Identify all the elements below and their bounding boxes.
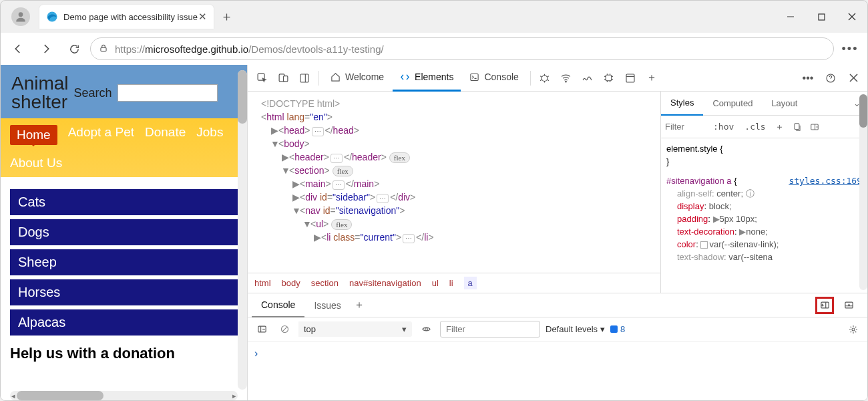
issues-counter[interactable]: 8 bbox=[610, 324, 625, 334]
url-bar-row: https://microsoftedge.github.io/Demos/de… bbox=[1, 33, 867, 65]
log-levels-select[interactable]: Default levels ▾ bbox=[546, 324, 605, 334]
url-scheme: https:// bbox=[115, 43, 145, 55]
devtools-drawer: Console Issues ＋ top Default levels ▾ 8 bbox=[248, 293, 867, 401]
browser-tab[interactable]: Demo page with accessibility issue ✕ bbox=[39, 5, 214, 29]
site-nav: Home Adopt a Pet Donate Jobs About Us bbox=[1, 118, 247, 177]
browser-menu-button[interactable]: ••• bbox=[838, 37, 862, 61]
cls-toggle[interactable]: .cls bbox=[739, 122, 771, 132]
application-icon[interactable] bbox=[620, 68, 640, 88]
devtools-menu-icon[interactable]: ••• bbox=[798, 68, 818, 88]
search-label: Search bbox=[74, 86, 112, 100]
memory-icon[interactable] bbox=[599, 68, 619, 88]
breadcrumbs[interactable]: html body section nav#sitenavigation ul … bbox=[248, 273, 660, 293]
svg-point-14 bbox=[566, 81, 566, 82]
svg-point-0 bbox=[19, 12, 23, 17]
svg-rect-6 bbox=[101, 47, 106, 51]
back-button[interactable] bbox=[6, 37, 30, 61]
devtools: Welcome Elements Console ＋ ••• <!DOCTYPE… bbox=[248, 65, 867, 401]
drawer-add-tab-icon[interactable]: ＋ bbox=[351, 297, 368, 314]
tab-console[interactable]: Console bbox=[462, 65, 525, 92]
tab-close-icon[interactable]: ✕ bbox=[198, 11, 208, 22]
page-horizontal-scrollbar[interactable]: ◂▸ bbox=[10, 391, 238, 400]
nav-donate[interactable]: Donate bbox=[145, 125, 186, 145]
more-tabs-icon[interactable]: ＋ bbox=[642, 68, 662, 88]
bug-icon[interactable] bbox=[535, 68, 555, 88]
close-button[interactable] bbox=[837, 6, 867, 27]
device-toolbar-icon[interactable] bbox=[273, 68, 293, 88]
console-prompt: › bbox=[254, 348, 258, 359]
computed-tab[interactable]: Computed bbox=[703, 92, 762, 116]
styles-filter-input[interactable] bbox=[661, 122, 708, 132]
clear-console-icon[interactable] bbox=[276, 321, 293, 338]
console-settings-icon[interactable] bbox=[845, 321, 862, 338]
live-expression-icon[interactable] bbox=[417, 321, 435, 338]
side-cats[interactable]: Cats bbox=[10, 189, 238, 215]
svg-point-30 bbox=[852, 328, 855, 331]
url-host: microsoftedge.github.io bbox=[145, 43, 248, 55]
nav-home[interactable]: Home bbox=[10, 125, 57, 145]
drawer-issues-tab[interactable]: Issues bbox=[304, 293, 350, 317]
inspect-element-icon[interactable] bbox=[252, 68, 272, 88]
tab-elements[interactable]: Elements bbox=[393, 65, 461, 92]
side-dogs[interactable]: Dogs bbox=[10, 219, 238, 245]
nav-jobs[interactable]: Jobs bbox=[196, 125, 223, 145]
copy-styles-icon[interactable] bbox=[789, 118, 806, 136]
donation-heading: Help us with a donation bbox=[10, 345, 238, 362]
dock-side-icon[interactable] bbox=[294, 68, 314, 88]
side-horses[interactable]: Horses bbox=[10, 279, 238, 305]
side-alpacas[interactable]: Alpacas bbox=[10, 309, 238, 336]
context-select[interactable]: top bbox=[298, 321, 412, 337]
tab-welcome[interactable]: Welcome bbox=[323, 65, 391, 92]
dom-tree[interactable]: <!DOCTYPE html> <html lang="en"> ▶<head>… bbox=[248, 92, 660, 273]
profile-avatar[interactable] bbox=[11, 7, 30, 26]
svg-line-28 bbox=[282, 327, 286, 331]
url-path: /Demos/devtools-a11y-testing/ bbox=[248, 43, 384, 55]
dom-tree-pane: <!DOCTYPE html> <html lang="en"> ▶<head>… bbox=[248, 92, 660, 293]
toggle-panel-icon[interactable] bbox=[806, 118, 823, 136]
site-title: Animalshelter bbox=[11, 74, 69, 112]
console-body[interactable]: › bbox=[248, 342, 867, 401]
network-icon[interactable] bbox=[556, 68, 576, 88]
new-rule-icon[interactable]: ＋ bbox=[771, 118, 789, 136]
source-link[interactable]: styles.css:169 bbox=[789, 174, 862, 187]
side-sheep[interactable]: Sheep bbox=[10, 249, 238, 275]
new-tab-button[interactable]: ＋ bbox=[216, 6, 238, 27]
nav-about[interactable]: About Us bbox=[10, 156, 62, 170]
edge-icon bbox=[46, 11, 58, 23]
console-sidebar-icon[interactable] bbox=[253, 321, 270, 338]
svg-rect-10 bbox=[300, 74, 308, 82]
styles-scrollbar[interactable] bbox=[859, 94, 867, 290]
help-icon[interactable] bbox=[821, 68, 841, 88]
svg-point-29 bbox=[425, 328, 427, 331]
svg-point-13 bbox=[542, 76, 548, 82]
close-devtools-icon[interactable] bbox=[843, 68, 863, 88]
refresh-button[interactable] bbox=[62, 37, 86, 61]
svg-rect-12 bbox=[471, 74, 478, 80]
search-input[interactable] bbox=[118, 84, 218, 102]
minimize-button[interactable] bbox=[775, 6, 806, 27]
rendered-page: Animalshelter Search Home Adopt a Pet Do… bbox=[1, 65, 248, 401]
svg-rect-21 bbox=[795, 123, 799, 129]
layout-tab[interactable]: Layout bbox=[762, 92, 807, 116]
hov-toggle[interactable]: :hov bbox=[708, 122, 739, 132]
styles-body[interactable]: element.style { } #sitenavigation a {sty… bbox=[661, 138, 867, 293]
forward-button[interactable] bbox=[34, 37, 58, 61]
expand-sidebar-icon[interactable] bbox=[815, 297, 834, 314]
console-filter-input[interactable] bbox=[440, 321, 540, 338]
lock-icon bbox=[99, 43, 108, 55]
devtools-toolbar: Welcome Elements Console ＋ ••• bbox=[248, 65, 867, 92]
page-header: Animalshelter Search bbox=[1, 65, 247, 118]
drawer-console-tab[interactable]: Console bbox=[252, 293, 304, 317]
maximize-button[interactable] bbox=[806, 6, 837, 27]
url-box[interactable]: https://microsoftedge.github.io/Demos/de… bbox=[90, 37, 834, 60]
title-bar: Demo page with accessibility issue ✕ ＋ bbox=[1, 1, 867, 33]
page-vertical-scrollbar[interactable] bbox=[238, 70, 247, 390]
performance-icon[interactable] bbox=[578, 68, 598, 88]
nav-adopt[interactable]: Adopt a Pet bbox=[68, 125, 134, 145]
page-sidebar: Cats Dogs Sheep Horses Alpacas Help us w… bbox=[1, 177, 247, 374]
window-controls bbox=[775, 6, 867, 27]
dock-drawer-icon[interactable] bbox=[839, 297, 858, 314]
styles-pane: Styles Computed Layout ⌄ :hov .cls ＋ ele… bbox=[660, 92, 867, 293]
styles-tab[interactable]: Styles bbox=[661, 92, 703, 116]
svg-rect-9 bbox=[283, 76, 287, 82]
